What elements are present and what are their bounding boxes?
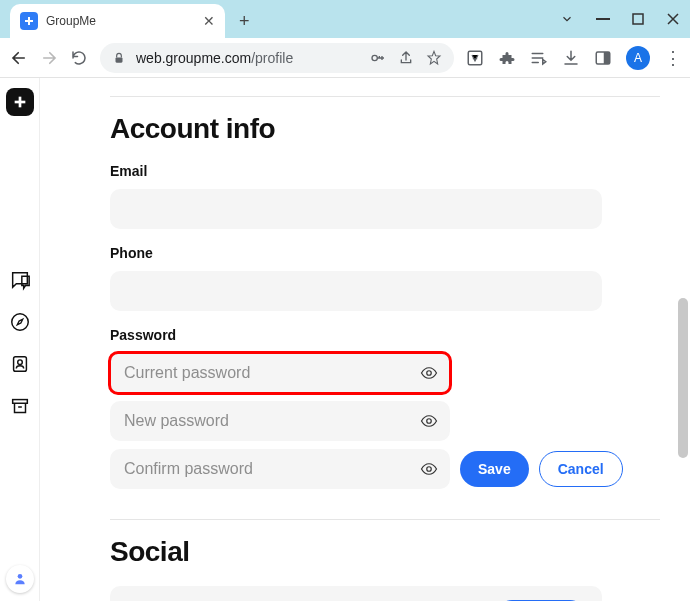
- password-label: Password: [110, 327, 660, 343]
- account-title: Account info: [110, 113, 660, 145]
- user-pill-icon[interactable]: [6, 565, 34, 593]
- archive-icon[interactable]: [6, 392, 34, 420]
- svg-point-17: [427, 419, 432, 424]
- window-close-icon[interactable]: [666, 12, 680, 26]
- svg-rect-1: [28, 17, 30, 25]
- forward-button: [40, 49, 58, 67]
- svg-rect-14: [12, 400, 27, 404]
- window-minimize-icon[interactable]: [596, 18, 610, 20]
- svg-rect-10: [18, 97, 21, 108]
- browser-toolbar: web.groupme.com/profile A ⋮: [0, 38, 690, 78]
- email-input[interactable]: [110, 189, 602, 229]
- new-tab-button[interactable]: +: [239, 11, 250, 32]
- app-logo-icon[interactable]: [6, 88, 34, 116]
- section-divider: [110, 519, 660, 520]
- sidepanel-icon[interactable]: [594, 49, 612, 67]
- phone-input[interactable]: [110, 271, 602, 311]
- back-button[interactable]: [10, 49, 28, 67]
- email-label: Email: [110, 163, 660, 179]
- eye-icon[interactable]: [420, 364, 438, 382]
- url-text: web.groupme.com/profile: [136, 50, 360, 66]
- svg-point-16: [427, 371, 432, 376]
- lock-icon: [112, 51, 126, 65]
- browser-tab[interactable]: GroupMe ✕: [10, 4, 225, 38]
- playlist-icon[interactable]: [530, 49, 548, 67]
- download-icon[interactable]: [562, 49, 580, 67]
- window-title-bar: GroupMe ✕ +: [0, 0, 690, 38]
- bookmark-star-icon[interactable]: [426, 50, 442, 66]
- eye-icon[interactable]: [420, 460, 438, 478]
- new-password-input[interactable]: [110, 401, 450, 441]
- extensions-icon[interactable]: [498, 49, 516, 67]
- profile-content: Account info Email Phone Password Save C…: [40, 78, 690, 601]
- reload-button[interactable]: [70, 49, 88, 67]
- app-sidebar: [0, 78, 40, 601]
- kebab-menu-icon[interactable]: ⋮: [664, 47, 680, 69]
- address-bar[interactable]: web.groupme.com/profile: [100, 43, 454, 73]
- discover-icon[interactable]: [6, 308, 34, 336]
- section-divider: [110, 96, 660, 97]
- save-button[interactable]: Save: [460, 451, 529, 487]
- translate-icon[interactable]: [466, 49, 484, 67]
- close-tab-icon[interactable]: ✕: [203, 13, 215, 29]
- svg-rect-8: [604, 52, 610, 64]
- eye-icon[interactable]: [420, 412, 438, 430]
- svg-point-11: [11, 314, 28, 331]
- svg-rect-2: [596, 18, 610, 20]
- chevron-down-icon[interactable]: [560, 12, 574, 26]
- chat-icon[interactable]: [6, 266, 34, 294]
- profile-avatar[interactable]: A: [626, 46, 650, 70]
- scrollbar-thumb[interactable]: [678, 298, 688, 458]
- social-facebook-row: Facebook Connect: [110, 586, 602, 601]
- svg-point-15: [17, 574, 22, 579]
- svg-point-18: [427, 467, 432, 472]
- groupme-favicon: [20, 12, 38, 30]
- svg-point-13: [17, 360, 22, 365]
- svg-rect-3: [633, 14, 643, 24]
- share-icon[interactable]: [398, 50, 414, 66]
- svg-point-5: [372, 55, 377, 60]
- svg-rect-4: [116, 57, 123, 62]
- contacts-icon[interactable]: [6, 350, 34, 378]
- phone-label: Phone: [110, 245, 660, 261]
- key-icon[interactable]: [370, 50, 386, 66]
- window-maximize-icon[interactable]: [632, 13, 644, 25]
- confirm-password-input[interactable]: [110, 449, 450, 489]
- cancel-button[interactable]: Cancel: [539, 451, 623, 487]
- tab-title: GroupMe: [46, 14, 195, 28]
- current-password-input[interactable]: [110, 353, 450, 393]
- social-title: Social: [110, 536, 660, 568]
